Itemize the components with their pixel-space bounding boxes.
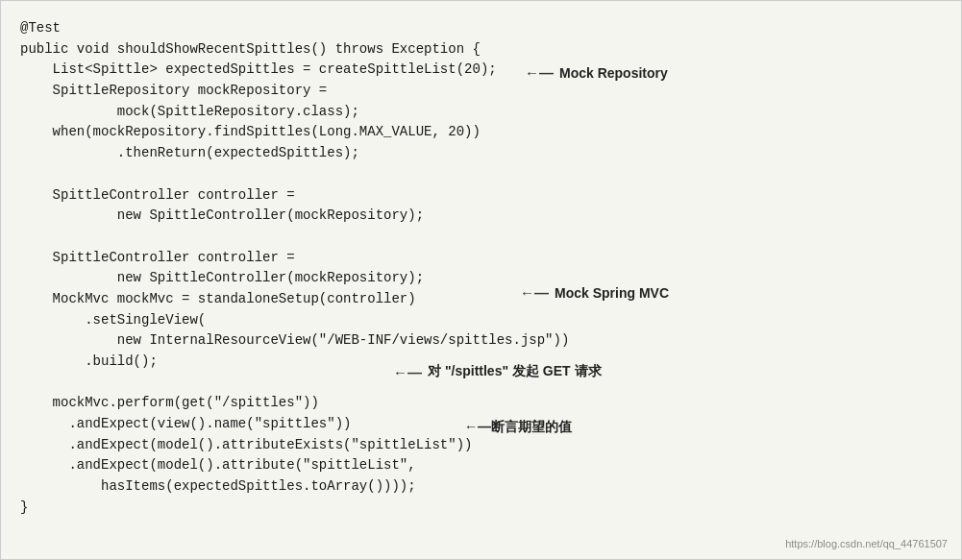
annotation-get-request-text: 对 "/spittles" 发起 GET 请求 [428, 363, 602, 380]
annotation-get-request: ←— 对 "/spittles" 发起 GET 请求 [393, 363, 602, 380]
arrow-mock-repository: ←— [525, 64, 554, 81]
watermark: https://blog.csdn.net/qq_44761507 [785, 538, 948, 549]
annotation-assert-value-text: ←—断言期望的值 [464, 419, 572, 436]
annotation-mock-repository: ←— Mock Repository [525, 64, 668, 81]
code-block: @Test public void shouldShowRecentSpittl… [20, 18, 942, 519]
annotation-assert-value: ←—断言期望的值 [464, 419, 572, 436]
annotation-mock-repository-text: Mock Repository [559, 65, 668, 81]
arrow-mock-spring-mvc: ←— [520, 284, 549, 301]
arrow-get-request: ←— [393, 364, 422, 380]
code-container: @Test public void shouldShowRecentSpittl… [0, 0, 962, 560]
annotation-mock-spring-mvc-text: Mock Spring MVC [555, 285, 669, 301]
annotation-mock-spring-mvc: ←— Mock Spring MVC [520, 284, 669, 301]
